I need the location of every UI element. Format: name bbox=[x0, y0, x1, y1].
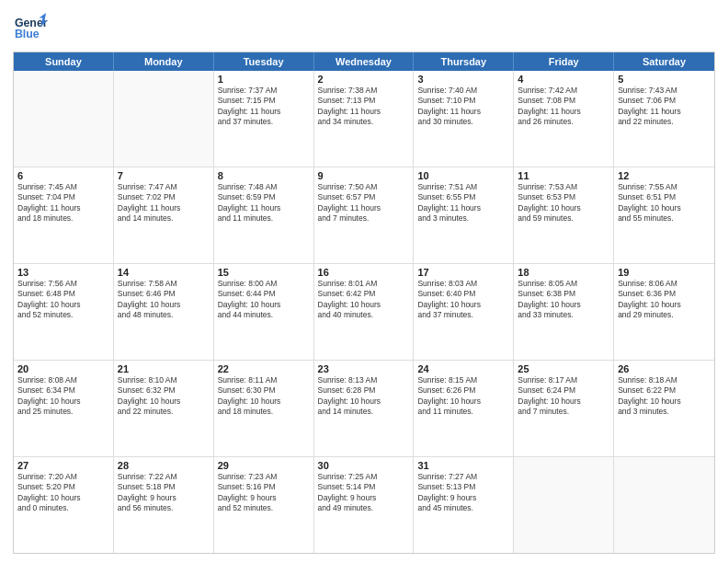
day-info: Sunrise: 8:15 AMSunset: 6:26 PMDaylight:… bbox=[417, 375, 509, 418]
day-info: Sunrise: 7:45 AMSunset: 7:04 PMDaylight:… bbox=[17, 182, 109, 224]
day-info: Sunrise: 7:25 AMSunset: 5:14 PMDaylight:… bbox=[318, 472, 410, 514]
day-number: 26 bbox=[618, 363, 711, 374]
day-info: Sunrise: 7:47 AMSunset: 7:02 PMDaylight:… bbox=[118, 182, 210, 224]
calendar-cell: 5Sunrise: 7:43 AMSunset: 7:06 PMDaylight… bbox=[614, 71, 714, 167]
day-info: Sunrise: 7:43 AMSunset: 7:06 PMDaylight:… bbox=[618, 86, 711, 128]
day-info: Sunrise: 8:11 AMSunset: 6:30 PMDaylight:… bbox=[218, 375, 310, 418]
calendar-cell bbox=[114, 71, 214, 167]
calendar-cell bbox=[14, 71, 114, 167]
calendar: SundayMondayTuesdayWednesdayThursdayFrid… bbox=[13, 52, 715, 554]
day-number: 6 bbox=[17, 170, 109, 181]
calendar-day-header: Saturday bbox=[614, 52, 714, 71]
calendar-row: 6Sunrise: 7:45 AMSunset: 7:04 PMDaylight… bbox=[14, 167, 714, 264]
calendar-cell: 30Sunrise: 7:25 AMSunset: 5:14 PMDayligh… bbox=[314, 457, 415, 553]
day-info: Sunrise: 7:55 AMSunset: 6:51 PMDaylight:… bbox=[618, 182, 711, 224]
calendar-cell: 27Sunrise: 7:20 AMSunset: 5:20 PMDayligh… bbox=[14, 457, 114, 553]
calendar-cell: 16Sunrise: 8:01 AMSunset: 6:42 PMDayligh… bbox=[314, 264, 415, 360]
day-number: 21 bbox=[118, 363, 210, 374]
calendar-header: SundayMondayTuesdayWednesdayThursdayFrid… bbox=[14, 52, 714, 71]
day-number: 29 bbox=[218, 460, 310, 471]
day-info: Sunrise: 8:10 AMSunset: 6:32 PMDaylight:… bbox=[118, 375, 210, 418]
day-number: 27 bbox=[17, 460, 109, 471]
calendar-cell: 22Sunrise: 8:11 AMSunset: 6:30 PMDayligh… bbox=[214, 361, 314, 456]
calendar-row: 20Sunrise: 8:08 AMSunset: 6:34 PMDayligh… bbox=[14, 361, 714, 457]
day-number: 8 bbox=[218, 170, 310, 181]
day-number: 28 bbox=[118, 460, 210, 471]
day-info: Sunrise: 7:51 AMSunset: 6:55 PMDaylight:… bbox=[417, 182, 509, 224]
calendar-cell: 31Sunrise: 7:27 AMSunset: 5:13 PMDayligh… bbox=[414, 457, 514, 553]
page: General Blue SundayMondayTuesdayWednesda… bbox=[0, 0, 728, 563]
day-info: Sunrise: 8:17 AMSunset: 6:24 PMDaylight:… bbox=[518, 375, 609, 418]
day-number: 16 bbox=[318, 267, 410, 278]
day-number: 7 bbox=[118, 170, 210, 181]
day-info: Sunrise: 8:03 AMSunset: 6:40 PMDaylight:… bbox=[417, 279, 509, 321]
day-number: 2 bbox=[318, 74, 410, 85]
day-number: 24 bbox=[417, 363, 509, 374]
day-number: 22 bbox=[218, 363, 310, 374]
day-info: Sunrise: 8:05 AMSunset: 6:38 PMDaylight:… bbox=[518, 279, 609, 321]
calendar-cell: 12Sunrise: 7:55 AMSunset: 6:51 PMDayligh… bbox=[614, 167, 714, 263]
day-info: Sunrise: 8:00 AMSunset: 6:44 PMDaylight:… bbox=[218, 279, 310, 321]
calendar-row: 1Sunrise: 7:37 AMSunset: 7:15 PMDaylight… bbox=[14, 71, 714, 167]
day-info: Sunrise: 7:48 AMSunset: 6:59 PMDaylight:… bbox=[218, 182, 310, 224]
calendar-cell: 19Sunrise: 8:06 AMSunset: 6:36 PMDayligh… bbox=[614, 264, 714, 360]
day-number: 1 bbox=[218, 74, 310, 85]
day-info: Sunrise: 7:27 AMSunset: 5:13 PMDaylight:… bbox=[417, 472, 509, 514]
logo-icon: General Blue bbox=[13, 11, 48, 46]
calendar-cell: 10Sunrise: 7:51 AMSunset: 6:55 PMDayligh… bbox=[414, 167, 514, 263]
day-number: 13 bbox=[17, 267, 109, 278]
calendar-day-header: Thursday bbox=[414, 52, 514, 71]
day-info: Sunrise: 7:38 AMSunset: 7:13 PMDaylight:… bbox=[318, 86, 410, 128]
day-number: 14 bbox=[118, 267, 210, 278]
day-number: 20 bbox=[17, 363, 109, 374]
calendar-cell: 8Sunrise: 7:48 AMSunset: 6:59 PMDaylight… bbox=[214, 167, 314, 263]
day-info: Sunrise: 7:58 AMSunset: 6:46 PMDaylight:… bbox=[118, 279, 210, 321]
calendar-cell: 7Sunrise: 7:47 AMSunset: 7:02 PMDaylight… bbox=[114, 167, 214, 263]
calendar-cell: 18Sunrise: 8:05 AMSunset: 6:38 PMDayligh… bbox=[514, 264, 614, 360]
day-info: Sunrise: 7:37 AMSunset: 7:15 PMDaylight:… bbox=[218, 86, 310, 128]
calendar-cell: 11Sunrise: 7:53 AMSunset: 6:53 PMDayligh… bbox=[514, 167, 614, 263]
calendar-day-header: Tuesday bbox=[214, 52, 314, 71]
calendar-cell: 15Sunrise: 8:00 AMSunset: 6:44 PMDayligh… bbox=[214, 264, 314, 360]
day-info: Sunrise: 8:18 AMSunset: 6:22 PMDaylight:… bbox=[618, 375, 711, 418]
calendar-cell: 9Sunrise: 7:50 AMSunset: 6:57 PMDaylight… bbox=[314, 167, 415, 263]
day-info: Sunrise: 8:06 AMSunset: 6:36 PMDaylight:… bbox=[618, 279, 711, 321]
day-info: Sunrise: 7:56 AMSunset: 6:48 PMDaylight:… bbox=[17, 279, 109, 321]
day-number: 31 bbox=[417, 460, 509, 471]
day-info: Sunrise: 7:22 AMSunset: 5:18 PMDaylight:… bbox=[118, 472, 210, 514]
calendar-cell: 25Sunrise: 8:17 AMSunset: 6:24 PMDayligh… bbox=[514, 361, 614, 456]
header: General Blue bbox=[13, 11, 715, 46]
calendar-day-header: Friday bbox=[514, 52, 614, 71]
calendar-cell: 1Sunrise: 7:37 AMSunset: 7:15 PMDaylight… bbox=[214, 71, 314, 167]
calendar-cell: 17Sunrise: 8:03 AMSunset: 6:40 PMDayligh… bbox=[414, 264, 514, 360]
day-info: Sunrise: 8:13 AMSunset: 6:28 PMDaylight:… bbox=[318, 375, 410, 418]
day-number: 9 bbox=[318, 170, 410, 181]
calendar-cell bbox=[514, 457, 614, 553]
calendar-cell: 6Sunrise: 7:45 AMSunset: 7:04 PMDaylight… bbox=[14, 167, 114, 263]
calendar-row: 13Sunrise: 7:56 AMSunset: 6:48 PMDayligh… bbox=[14, 264, 714, 361]
calendar-cell: 20Sunrise: 8:08 AMSunset: 6:34 PMDayligh… bbox=[14, 361, 114, 456]
day-info: Sunrise: 7:20 AMSunset: 5:20 PMDaylight:… bbox=[17, 472, 109, 514]
day-number: 12 bbox=[618, 170, 711, 181]
day-number: 4 bbox=[518, 74, 609, 85]
day-info: Sunrise: 8:08 AMSunset: 6:34 PMDaylight:… bbox=[17, 375, 109, 418]
calendar-cell: 3Sunrise: 7:40 AMSunset: 7:10 PMDaylight… bbox=[414, 71, 514, 167]
svg-text:Blue: Blue bbox=[15, 28, 40, 40]
calendar-body: 1Sunrise: 7:37 AMSunset: 7:15 PMDaylight… bbox=[14, 71, 714, 553]
day-info: Sunrise: 7:40 AMSunset: 7:10 PMDaylight:… bbox=[417, 86, 509, 128]
calendar-cell: 26Sunrise: 8:18 AMSunset: 6:22 PMDayligh… bbox=[614, 361, 714, 456]
calendar-cell: 28Sunrise: 7:22 AMSunset: 5:18 PMDayligh… bbox=[114, 457, 214, 553]
calendar-cell: 24Sunrise: 8:15 AMSunset: 6:26 PMDayligh… bbox=[414, 361, 514, 456]
calendar-cell: 21Sunrise: 8:10 AMSunset: 6:32 PMDayligh… bbox=[114, 361, 214, 456]
calendar-cell: 23Sunrise: 8:13 AMSunset: 6:28 PMDayligh… bbox=[314, 361, 415, 456]
logo: General Blue bbox=[13, 11, 48, 46]
calendar-cell: 4Sunrise: 7:42 AMSunset: 7:08 PMDaylight… bbox=[514, 71, 614, 167]
calendar-cell: 29Sunrise: 7:23 AMSunset: 5:16 PMDayligh… bbox=[214, 457, 314, 553]
calendar-cell bbox=[614, 457, 714, 553]
day-number: 5 bbox=[618, 74, 711, 85]
calendar-day-header: Monday bbox=[114, 52, 214, 71]
day-number: 3 bbox=[417, 74, 509, 85]
day-number: 10 bbox=[417, 170, 509, 181]
day-number: 11 bbox=[518, 170, 609, 181]
calendar-cell: 14Sunrise: 7:58 AMSunset: 6:46 PMDayligh… bbox=[114, 264, 214, 360]
